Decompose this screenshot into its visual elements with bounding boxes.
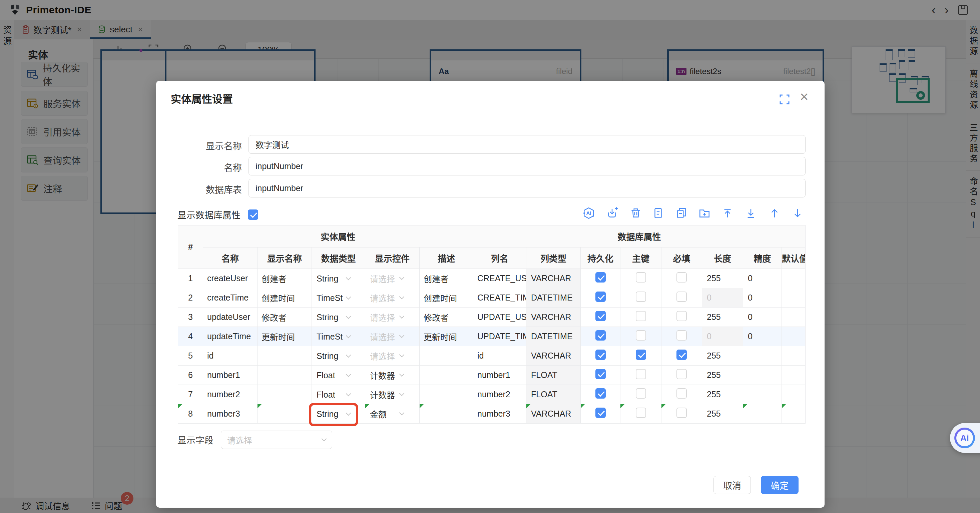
- description-cell[interactable]: 修改者: [420, 307, 473, 327]
- precision-cell[interactable]: 0: [743, 307, 782, 327]
- column-name-cell[interactable]: number3: [473, 404, 527, 424]
- persist-checkbox[interactable]: [595, 408, 606, 418]
- persist-checkbox-cell[interactable]: [581, 269, 620, 288]
- persist-checkbox[interactable]: [595, 292, 606, 302]
- cancel-button[interactable]: 取消: [713, 476, 751, 494]
- length-cell[interactable]: 255: [702, 307, 743, 327]
- name-cell[interactable]: number3: [203, 404, 258, 424]
- import-icon[interactable]: [606, 207, 619, 220]
- display-name-cell[interactable]: [258, 385, 312, 404]
- column-name-cell[interactable]: CREATE_TIME: [473, 288, 527, 307]
- display-name-cell[interactable]: [258, 404, 312, 424]
- persist-checkbox[interactable]: [595, 311, 606, 321]
- pk-checkbox-cell[interactable]: [620, 327, 662, 346]
- display-name-cell[interactable]: 创建时间: [258, 288, 312, 307]
- name-cell[interactable]: updateTime: [203, 327, 258, 346]
- persist-checkbox[interactable]: [595, 369, 606, 379]
- length-cell[interactable]: 255: [702, 385, 743, 404]
- pk-checkbox-cell[interactable]: [620, 404, 662, 424]
- document-icon[interactable]: [652, 207, 665, 220]
- pk-checkbox[interactable]: [636, 408, 646, 418]
- required-checkbox-cell[interactable]: [662, 404, 702, 424]
- precision-cell[interactable]: [743, 346, 782, 366]
- add-folder-icon[interactable]: [698, 207, 711, 220]
- name-cell[interactable]: updateUser: [203, 307, 258, 327]
- display-field-select[interactable]: 请选择: [221, 431, 332, 449]
- default-cell[interactable]: [782, 385, 805, 404]
- move-top-icon[interactable]: [721, 207, 734, 220]
- persist-checkbox-cell[interactable]: [581, 288, 620, 307]
- db-table-input[interactable]: [248, 179, 805, 198]
- pk-checkbox[interactable]: [636, 272, 646, 282]
- persist-checkbox[interactable]: [595, 330, 606, 341]
- display-name-input[interactable]: [248, 135, 805, 154]
- column-name-cell[interactable]: number1: [473, 366, 527, 385]
- data_type-select-cell[interactable]: Float: [312, 385, 365, 404]
- fullscreen-icon[interactable]: [779, 94, 790, 105]
- data_type-select-cell[interactable]: TimeStamp: [312, 288, 365, 307]
- data_type-select-cell[interactable]: String: [312, 269, 365, 288]
- persist-checkbox-cell[interactable]: [581, 404, 620, 424]
- required-checkbox-cell[interactable]: [662, 269, 702, 288]
- required-checkbox-cell[interactable]: [662, 307, 702, 327]
- ai-generate-icon[interactable]: AI: [582, 207, 595, 220]
- ai-assistant-button[interactable]: Ai: [950, 423, 980, 453]
- persist-checkbox[interactable]: [595, 350, 606, 360]
- control-select-cell[interactable]: 计数器: [365, 385, 420, 404]
- default-cell[interactable]: [782, 269, 805, 288]
- pk-checkbox-cell[interactable]: [620, 366, 662, 385]
- length-cell[interactable]: 255: [702, 346, 743, 366]
- pk-checkbox[interactable]: [636, 311, 646, 321]
- column-name-cell[interactable]: number2: [473, 385, 527, 404]
- column-name-cell[interactable]: UPDATE_TIME: [473, 327, 527, 346]
- persist-checkbox-cell[interactable]: [581, 307, 620, 327]
- pk-checkbox[interactable]: [636, 350, 646, 360]
- column-name-cell[interactable]: CREATE_USER: [473, 269, 527, 288]
- persist-checkbox-cell[interactable]: [581, 327, 620, 346]
- description-cell[interactable]: [420, 385, 473, 404]
- pk-checkbox-cell[interactable]: [620, 269, 662, 288]
- control-select-cell[interactable]: 请选择: [365, 269, 420, 288]
- required-checkbox[interactable]: [676, 388, 687, 398]
- length-cell[interactable]: 255: [702, 404, 743, 424]
- pk-checkbox[interactable]: [636, 369, 646, 379]
- description-cell[interactable]: [420, 346, 473, 366]
- precision-cell[interactable]: [743, 385, 782, 404]
- pk-checkbox-cell[interactable]: [620, 288, 662, 307]
- required-checkbox-cell[interactable]: [662, 288, 702, 307]
- precision-cell[interactable]: 0: [743, 269, 782, 288]
- precision-cell[interactable]: 0: [743, 327, 782, 346]
- required-checkbox[interactable]: [676, 272, 687, 282]
- persist-checkbox[interactable]: [595, 272, 606, 282]
- control-select-cell[interactable]: 金额: [365, 404, 420, 424]
- description-cell[interactable]: [420, 366, 473, 385]
- delete-icon[interactable]: [629, 207, 642, 220]
- pk-checkbox[interactable]: [636, 330, 646, 341]
- required-checkbox-cell[interactable]: [662, 346, 702, 366]
- required-checkbox[interactable]: [676, 350, 687, 360]
- column-name-cell[interactable]: id: [473, 346, 527, 366]
- move-up-icon[interactable]: [768, 207, 781, 220]
- persist-checkbox-cell[interactable]: [581, 346, 620, 366]
- description-cell[interactable]: 更新时间: [420, 327, 473, 346]
- required-checkbox[interactable]: [676, 330, 687, 341]
- name-cell[interactable]: createUser: [203, 269, 258, 288]
- control-select-cell[interactable]: 请选择: [365, 307, 420, 327]
- length-cell[interactable]: 255: [702, 366, 743, 385]
- name-cell[interactable]: number1: [203, 366, 258, 385]
- copy-icon[interactable]: [675, 207, 688, 220]
- display-name-cell[interactable]: [258, 366, 312, 385]
- required-checkbox-cell[interactable]: [662, 366, 702, 385]
- default-cell[interactable]: [782, 366, 805, 385]
- required-checkbox[interactable]: [676, 369, 687, 379]
- length-cell[interactable]: 255: [702, 269, 743, 288]
- data_type-select-cell[interactable]: String: [312, 307, 365, 327]
- required-checkbox[interactable]: [676, 408, 687, 418]
- required-checkbox-cell[interactable]: [662, 385, 702, 404]
- persist-checkbox[interactable]: [595, 388, 606, 398]
- control-select-cell[interactable]: 请选择: [365, 288, 420, 307]
- persist-checkbox-cell[interactable]: [581, 366, 620, 385]
- default-cell[interactable]: [782, 346, 805, 366]
- move-down-icon[interactable]: [791, 207, 804, 220]
- default-cell[interactable]: [782, 404, 805, 424]
